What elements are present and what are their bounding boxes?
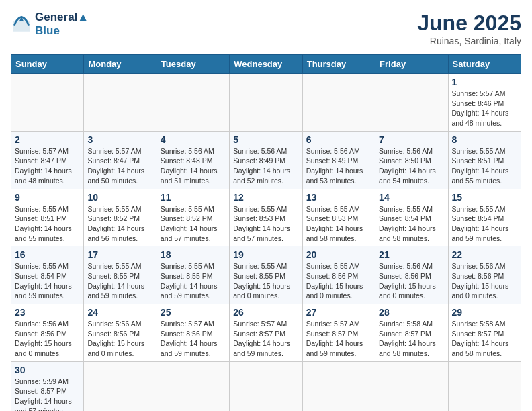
day-info: Sunrise: 5:56 AMSunset: 8:50 PMDaylight:… bbox=[379, 146, 444, 186]
day-number: 27 bbox=[306, 307, 371, 318]
calendar-cell: 19Sunrise: 5:55 AMSunset: 8:55 PMDayligh… bbox=[230, 246, 302, 304]
day-info: Sunrise: 5:57 AMSunset: 8:56 PMDaylight:… bbox=[161, 319, 226, 359]
day-number: 11 bbox=[161, 192, 226, 203]
day-info: Sunrise: 5:58 AMSunset: 8:57 PMDaylight:… bbox=[452, 319, 517, 359]
weekday-header-thursday: Thursday bbox=[302, 55, 375, 74]
calendar-cell: 16Sunrise: 5:55 AMSunset: 8:54 PMDayligh… bbox=[11, 246, 84, 304]
day-number: 25 bbox=[161, 307, 226, 318]
day-info: Sunrise: 5:59 AMSunset: 8:57 PMDaylight:… bbox=[15, 377, 80, 411]
day-info: Sunrise: 5:55 AMSunset: 8:55 PMDaylight:… bbox=[161, 261, 226, 301]
logo-text: General▲ Blue bbox=[35, 11, 89, 37]
calendar-cell: 8Sunrise: 5:55 AMSunset: 8:51 PMDaylight… bbox=[448, 131, 521, 189]
weekday-header-sunday: Sunday bbox=[11, 55, 84, 74]
calendar-cell: 13Sunrise: 5:55 AMSunset: 8:53 PMDayligh… bbox=[302, 189, 375, 246]
day-number: 6 bbox=[306, 134, 371, 145]
calendar-cell: 15Sunrise: 5:55 AMSunset: 8:54 PMDayligh… bbox=[448, 189, 521, 246]
day-info: Sunrise: 5:56 AMSunset: 8:49 PMDaylight:… bbox=[306, 146, 371, 186]
day-number: 24 bbox=[87, 307, 152, 318]
calendar-cell bbox=[375, 361, 448, 411]
calendar-cell: 12Sunrise: 5:55 AMSunset: 8:53 PMDayligh… bbox=[230, 189, 302, 246]
calendar-cell bbox=[84, 361, 157, 411]
weekday-header-wednesday: Wednesday bbox=[230, 55, 302, 74]
day-number: 16 bbox=[15, 249, 80, 260]
calendar-cell bbox=[84, 74, 157, 132]
day-number: 22 bbox=[452, 249, 517, 260]
day-info: Sunrise: 5:55 AMSunset: 8:54 PMDaylight:… bbox=[15, 261, 80, 301]
day-number: 2 bbox=[15, 134, 80, 145]
day-number: 20 bbox=[306, 249, 371, 260]
calendar-cell bbox=[375, 74, 448, 132]
calendar-cell: 23Sunrise: 5:56 AMSunset: 8:56 PMDayligh… bbox=[11, 304, 84, 362]
calendar-cell: 9Sunrise: 5:55 AMSunset: 8:51 PMDaylight… bbox=[11, 189, 84, 246]
calendar-week-row: 1Sunrise: 5:57 AMSunset: 8:46 PMDaylight… bbox=[11, 74, 521, 132]
calendar-cell: 1Sunrise: 5:57 AMSunset: 8:46 PMDaylight… bbox=[448, 74, 521, 132]
calendar-table: SundayMondayTuesdayWednesdayThursdayFrid… bbox=[11, 54, 521, 411]
calendar-cell bbox=[302, 74, 375, 132]
calendar-cell: 30Sunrise: 5:59 AMSunset: 8:57 PMDayligh… bbox=[11, 361, 84, 411]
day-info: Sunrise: 5:58 AMSunset: 8:57 PMDaylight:… bbox=[379, 319, 444, 359]
calendar-cell: 24Sunrise: 5:56 AMSunset: 8:56 PMDayligh… bbox=[84, 304, 157, 362]
weekday-header-row: SundayMondayTuesdayWednesdayThursdayFrid… bbox=[11, 55, 521, 74]
day-info: Sunrise: 5:56 AMSunset: 8:48 PMDaylight:… bbox=[161, 146, 226, 186]
day-number: 10 bbox=[87, 192, 152, 203]
calendar-week-row: 9Sunrise: 5:55 AMSunset: 8:51 PMDaylight… bbox=[11, 189, 521, 246]
calendar-cell: 17Sunrise: 5:55 AMSunset: 8:55 PMDayligh… bbox=[84, 246, 157, 304]
calendar-cell: 5Sunrise: 5:56 AMSunset: 8:49 PMDaylight… bbox=[230, 131, 302, 189]
calendar-cell: 6Sunrise: 5:56 AMSunset: 8:49 PMDaylight… bbox=[302, 131, 375, 189]
calendar-cell: 26Sunrise: 5:57 AMSunset: 8:57 PMDayligh… bbox=[230, 304, 302, 362]
day-info: Sunrise: 5:56 AMSunset: 8:49 PMDaylight:… bbox=[233, 146, 298, 186]
day-info: Sunrise: 5:57 AMSunset: 8:46 PMDaylight:… bbox=[452, 89, 517, 128]
day-info: Sunrise: 5:57 AMSunset: 8:57 PMDaylight:… bbox=[233, 319, 298, 359]
day-number: 5 bbox=[233, 134, 298, 145]
day-number: 29 bbox=[452, 307, 517, 318]
calendar-cell: 25Sunrise: 5:57 AMSunset: 8:56 PMDayligh… bbox=[157, 304, 229, 362]
calendar-cell: 11Sunrise: 5:55 AMSunset: 8:52 PMDayligh… bbox=[157, 189, 229, 246]
calendar-cell bbox=[302, 361, 375, 411]
calendar-week-row: 16Sunrise: 5:55 AMSunset: 8:54 PMDayligh… bbox=[11, 246, 521, 304]
calendar-cell bbox=[230, 74, 302, 132]
day-info: Sunrise: 5:56 AMSunset: 8:56 PMDaylight:… bbox=[15, 319, 80, 359]
day-info: Sunrise: 5:55 AMSunset: 8:55 PMDaylight:… bbox=[87, 261, 152, 301]
day-info: Sunrise: 5:55 AMSunset: 8:51 PMDaylight:… bbox=[15, 204, 80, 244]
day-info: Sunrise: 5:55 AMSunset: 8:53 PMDaylight:… bbox=[233, 204, 298, 244]
day-info: Sunrise: 5:55 AMSunset: 8:54 PMDaylight:… bbox=[452, 204, 517, 244]
day-info: Sunrise: 5:57 AMSunset: 8:57 PMDaylight:… bbox=[306, 319, 371, 359]
calendar-cell: 2Sunrise: 5:57 AMSunset: 8:47 PMDaylight… bbox=[11, 131, 84, 189]
day-number: 18 bbox=[161, 249, 226, 260]
calendar-cell: 20Sunrise: 5:55 AMSunset: 8:56 PMDayligh… bbox=[302, 246, 375, 304]
weekday-header-saturday: Saturday bbox=[448, 55, 521, 74]
day-number: 14 bbox=[379, 192, 444, 203]
day-info: Sunrise: 5:56 AMSunset: 8:56 PMDaylight:… bbox=[379, 261, 444, 301]
day-number: 28 bbox=[379, 307, 444, 318]
calendar-cell bbox=[230, 361, 302, 411]
calendar-cell: 28Sunrise: 5:58 AMSunset: 8:57 PMDayligh… bbox=[375, 304, 448, 362]
day-info: Sunrise: 5:55 AMSunset: 8:52 PMDaylight:… bbox=[87, 204, 152, 244]
calendar-cell bbox=[157, 361, 229, 411]
day-number: 9 bbox=[15, 192, 80, 203]
day-info: Sunrise: 5:56 AMSunset: 8:56 PMDaylight:… bbox=[87, 319, 152, 359]
day-info: Sunrise: 5:55 AMSunset: 8:53 PMDaylight:… bbox=[306, 204, 371, 244]
calendar-cell: 18Sunrise: 5:55 AMSunset: 8:55 PMDayligh… bbox=[157, 246, 229, 304]
day-number: 3 bbox=[87, 134, 152, 145]
location: Ruinas, Sardinia, Italy bbox=[417, 36, 521, 46]
day-number: 30 bbox=[15, 365, 80, 375]
weekday-header-friday: Friday bbox=[375, 55, 448, 74]
day-number: 17 bbox=[87, 249, 152, 260]
title-block: June 2025 Ruinas, Sardinia, Italy bbox=[417, 11, 521, 46]
calendar-cell: 27Sunrise: 5:57 AMSunset: 8:57 PMDayligh… bbox=[302, 304, 375, 362]
day-info: Sunrise: 5:55 AMSunset: 8:52 PMDaylight:… bbox=[161, 204, 226, 244]
calendar-cell: 29Sunrise: 5:58 AMSunset: 8:57 PMDayligh… bbox=[448, 304, 521, 362]
calendar-cell bbox=[11, 74, 84, 132]
day-info: Sunrise: 5:55 AMSunset: 8:56 PMDaylight:… bbox=[306, 261, 371, 301]
day-number: 19 bbox=[233, 249, 298, 260]
day-info: Sunrise: 5:57 AMSunset: 8:47 PMDaylight:… bbox=[15, 146, 80, 186]
weekday-header-monday: Monday bbox=[84, 55, 157, 74]
day-info: Sunrise: 5:55 AMSunset: 8:51 PMDaylight:… bbox=[452, 146, 517, 186]
day-number: 13 bbox=[306, 192, 371, 203]
day-number: 1 bbox=[452, 77, 517, 87]
day-number: 23 bbox=[15, 307, 80, 318]
calendar-cell: 14Sunrise: 5:55 AMSunset: 8:54 PMDayligh… bbox=[375, 189, 448, 246]
day-info: Sunrise: 5:57 AMSunset: 8:47 PMDaylight:… bbox=[87, 146, 152, 186]
day-info: Sunrise: 5:55 AMSunset: 8:54 PMDaylight:… bbox=[379, 204, 444, 244]
logo-icon bbox=[11, 13, 32, 35]
